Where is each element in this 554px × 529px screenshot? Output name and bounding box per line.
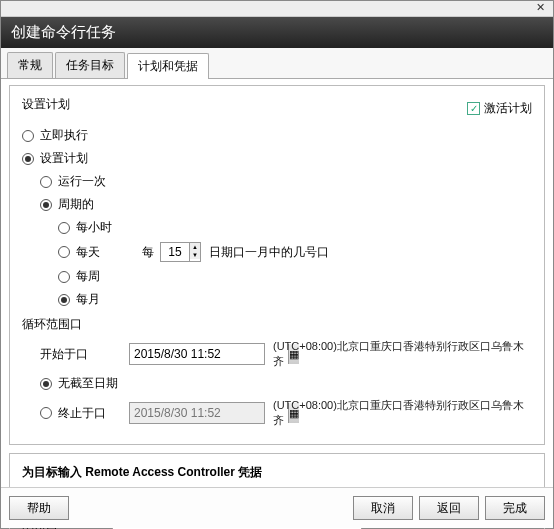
radio-icon <box>40 176 52 188</box>
tab-target[interactable]: 任务目标 <box>55 52 125 78</box>
end-timezone-text: (UTC+08:00)北京口重庆口香港特别行政区口乌鲁木齐 <box>273 398 532 428</box>
radio-icon <box>58 246 70 258</box>
spinner-up-icon[interactable]: ▲ <box>190 243 200 251</box>
radio-run-once[interactable]: 运行一次 <box>40 173 532 190</box>
start-date-label: 开始于口 <box>40 346 129 363</box>
radio-icon <box>58 222 70 234</box>
every-suffix: 日期口一月中的几号口 <box>209 244 329 261</box>
cancel-button[interactable]: 取消 <box>353 496 413 520</box>
radio-run-now[interactable]: 立即执行 <box>22 127 532 144</box>
radio-no-end-date[interactable]: 无截至日期 <box>40 375 532 392</box>
radio-icon <box>22 153 34 165</box>
activate-schedule-checkbox[interactable]: ✓ 激活计划 <box>467 100 532 117</box>
end-date-input <box>130 403 288 423</box>
radio-hourly[interactable]: 每小时 <box>58 219 532 236</box>
radio-end-date[interactable]: 终止于口 <box>40 405 129 422</box>
day-of-month-spinner[interactable]: ▲ ▼ <box>160 242 201 262</box>
window-controls: ✕ <box>1 1 553 17</box>
tab-general[interactable]: 常规 <box>7 52 53 78</box>
recurrence-range-title: 循环范围口 <box>22 316 82 333</box>
radio-set-schedule[interactable]: 设置计划 <box>22 150 532 167</box>
radio-weekly[interactable]: 每周 <box>58 268 532 285</box>
radio-icon <box>40 378 52 390</box>
spinner-down-icon[interactable]: ▼ <box>190 251 200 259</box>
no-end-date-label: 无截至日期 <box>58 375 118 392</box>
end-date-label: 终止于口 <box>58 405 106 422</box>
radio-icon <box>22 130 34 142</box>
close-icon[interactable]: ✕ <box>536 1 545 13</box>
run-now-label: 立即执行 <box>40 127 88 144</box>
credentials-title: 为目标输入 Remote Access Controller 凭据 <box>22 464 532 481</box>
radio-icon <box>40 407 52 419</box>
monthly-label: 每月 <box>76 291 100 308</box>
radio-monthly[interactable]: 每月 <box>58 291 532 308</box>
daily-label: 每天 <box>76 244 100 261</box>
schedule-panel: 设置计划 ✓ 激活计划 立即执行 设置计划 运行一次 周期的 <box>9 85 545 445</box>
finish-button[interactable]: 完成 <box>485 496 545 520</box>
day-of-month-input[interactable] <box>161 243 189 261</box>
start-date-field[interactable]: ▦ <box>129 343 265 365</box>
dialog-body: 设置计划 ✓ 激活计划 立即执行 设置计划 运行一次 周期的 <box>1 79 553 529</box>
schedule-section-title: 设置计划 <box>22 96 70 113</box>
start-date-input[interactable] <box>130 344 288 364</box>
dialog-footer: 帮助 取消 返回 完成 <box>1 487 553 528</box>
radio-periodic[interactable]: 周期的 <box>40 196 532 213</box>
tab-schedule[interactable]: 计划和凭据 <box>127 53 209 79</box>
back-button[interactable]: 返回 <box>419 496 479 520</box>
weekly-label: 每周 <box>76 268 100 285</box>
run-once-label: 运行一次 <box>58 173 106 190</box>
hourly-label: 每小时 <box>76 219 112 236</box>
every-prefix: 每 <box>142 244 154 261</box>
tab-bar: 常规 任务目标 计划和凭据 <box>1 48 553 79</box>
activate-schedule-label: 激活计划 <box>484 100 532 117</box>
radio-icon <box>40 199 52 211</box>
checkbox-icon: ✓ <box>467 102 480 115</box>
dialog-window: ✕ 创建命令行任务 常规 任务目标 计划和凭据 设置计划 ✓ 激活计划 立即执行… <box>0 0 554 529</box>
radio-daily[interactable]: 每天 <box>58 244 142 261</box>
end-date-field: ▦ <box>129 402 265 424</box>
dialog-title: 创建命令行任务 <box>1 17 553 48</box>
periodic-label: 周期的 <box>58 196 94 213</box>
radio-icon <box>58 294 70 306</box>
radio-icon <box>58 271 70 283</box>
set-schedule-label: 设置计划 <box>40 150 88 167</box>
start-timezone-text: (UTC+08:00)北京口重庆口香港特别行政区口乌鲁木齐 <box>273 339 532 369</box>
help-button[interactable]: 帮助 <box>9 496 69 520</box>
